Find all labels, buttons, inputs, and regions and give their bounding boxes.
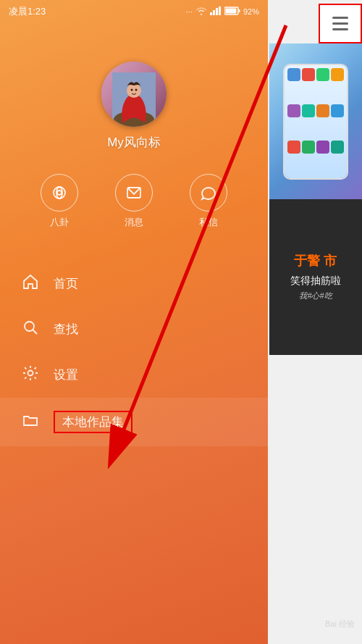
search-label: 查找 bbox=[54, 321, 78, 338]
svg-rect-3 bbox=[219, 7, 221, 15]
right-image-top bbox=[269, 43, 362, 199]
gossip-button[interactable]: 八卦 bbox=[41, 174, 78, 229]
app-icon bbox=[331, 68, 344, 81]
image-big-text: 于警 市 bbox=[290, 252, 341, 270]
svg-point-11 bbox=[131, 89, 133, 91]
status-icons: ··· 92% bbox=[186, 7, 259, 17]
svg-point-15 bbox=[57, 191, 62, 195]
svg-rect-5 bbox=[238, 9, 240, 12]
status-bar: 凌晨1:23 ··· 92% bbox=[0, 0, 268, 23]
right-image-bottom: 于警 市 笑得抽筋啦 我#心#吃 bbox=[269, 199, 362, 355]
hamburger-line-1 bbox=[332, 17, 348, 19]
messages-icon-circle bbox=[115, 174, 153, 212]
app-icon bbox=[316, 104, 329, 117]
avatar-svg bbox=[112, 72, 156, 127]
app-icon bbox=[302, 68, 315, 81]
svg-point-12 bbox=[135, 89, 138, 91]
menu-item-settings[interactable]: 设置 bbox=[0, 352, 268, 398]
gossip-label: 八卦 bbox=[50, 216, 69, 229]
settings-icon bbox=[22, 365, 39, 385]
app-icon bbox=[331, 104, 344, 117]
svg-point-19 bbox=[28, 371, 33, 376]
messages-button[interactable]: 消息 bbox=[115, 174, 153, 229]
app-icon bbox=[316, 68, 329, 81]
svg-rect-0 bbox=[210, 12, 212, 15]
image-sub-text: 笑得抽筋啦 bbox=[290, 274, 341, 288]
user-avatar[interactable] bbox=[101, 62, 167, 127]
app-icon bbox=[302, 104, 315, 117]
dm-label: 私信 bbox=[199, 216, 218, 229]
svg-rect-6 bbox=[225, 9, 236, 14]
signal-dots: ··· bbox=[186, 7, 193, 16]
home-icon bbox=[22, 274, 39, 293]
wifi-icon bbox=[195, 7, 207, 17]
phone-mockup bbox=[283, 64, 348, 180]
app-icon bbox=[316, 141, 329, 154]
app-icon bbox=[287, 68, 300, 81]
svg-point-13 bbox=[54, 187, 65, 198]
svg-point-17 bbox=[25, 322, 34, 331]
svg-rect-1 bbox=[213, 10, 215, 15]
menu-item-home[interactable]: 首页 bbox=[0, 261, 268, 306]
watermark-text: Bai 经验 bbox=[325, 619, 355, 630]
app-icon bbox=[331, 141, 344, 154]
menu-item-search[interactable]: 查找 bbox=[0, 306, 268, 352]
image-detail-text: 我#心#吃 bbox=[290, 290, 341, 301]
app-icon bbox=[302, 141, 315, 154]
dm-icon-circle bbox=[190, 174, 227, 212]
hamburger-line-3 bbox=[332, 28, 348, 30]
hamburger-icon bbox=[332, 17, 348, 30]
signal-bar-icon bbox=[210, 7, 222, 17]
local-works-label: 本地作品集 bbox=[54, 411, 132, 433]
battery-icon bbox=[224, 7, 240, 17]
settings-label: 设置 bbox=[54, 367, 78, 383]
watermark: Bai 经验 bbox=[325, 619, 355, 630]
battery-percent: 92% bbox=[243, 7, 259, 16]
profile-section: My风向标 bbox=[0, 40, 268, 151]
quick-actions: 八卦 消息 私信 bbox=[0, 174, 268, 229]
phone-screen bbox=[285, 65, 347, 178]
home-label: 首页 bbox=[54, 275, 78, 292]
hamburger-line-2 bbox=[332, 22, 348, 25]
avatar-figure bbox=[112, 72, 156, 127]
messages-label: 消息 bbox=[125, 216, 143, 229]
dm-button[interactable]: 私信 bbox=[190, 174, 227, 229]
app-icon bbox=[287, 141, 300, 154]
svg-rect-2 bbox=[216, 8, 218, 15]
image-overlay-text: 于警 市 笑得抽筋啦 我#心#吃 bbox=[290, 252, 341, 301]
app-icon bbox=[287, 104, 300, 117]
search-icon bbox=[22, 319, 39, 339]
status-time: 凌晨1:23 bbox=[9, 5, 46, 18]
menu-item-local-works[interactable]: 本地作品集 bbox=[0, 398, 268, 446]
svg-line-18 bbox=[33, 330, 38, 335]
folder-icon bbox=[22, 412, 39, 432]
gossip-icon-circle bbox=[41, 174, 78, 212]
right-panel: 于警 市 笑得抽筋啦 我#心#吃 bbox=[268, 0, 362, 644]
profile-name: My风向标 bbox=[107, 134, 161, 151]
hamburger-button[interactable] bbox=[319, 4, 362, 43]
menu-items: 首页 查找 设置 本地作品集 bbox=[0, 261, 268, 446]
